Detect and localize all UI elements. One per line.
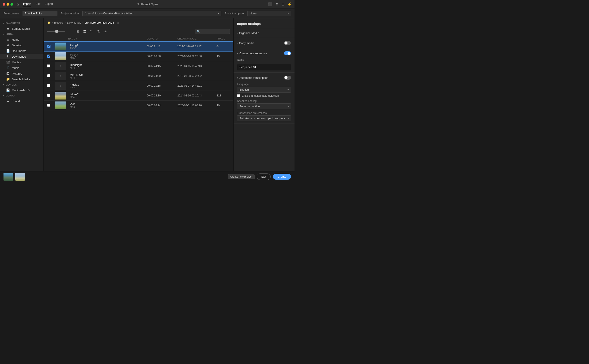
- exit-button[interactable]: Exit: [257, 174, 271, 180]
- col-frame[interactable]: FRAME: [217, 37, 230, 40]
- cloud-header[interactable]: ▾ CLOUD: [0, 93, 43, 98]
- create-sequence-header[interactable]: ▾ Create new sequence: [237, 50, 291, 56]
- menu-icon[interactable]: ☰: [281, 2, 284, 6]
- transcription-pref-select-wrapper: Auto-transcribe only clips in sequence A…: [237, 116, 291, 121]
- sidebar-item-downloads[interactable]: ⬇ Downloads: [0, 54, 43, 59]
- breadcrumb-nlucero[interactable]: nlucero: [54, 21, 64, 24]
- row-checkbox[interactable]: [47, 55, 55, 58]
- project-location-select[interactable]: /Users/nlucero/Desktop/Practice Video: [82, 11, 221, 16]
- file-checkbox[interactable]: [47, 74, 50, 77]
- devices-header[interactable]: ▾ DEVICES: [0, 82, 43, 87]
- col-date[interactable]: CREATION DATE: [177, 37, 217, 40]
- row-checkbox[interactable]: [47, 94, 55, 98]
- file-checkbox[interactable]: [47, 64, 50, 67]
- speaker-labeling-select[interactable]: Select an option Label by speaker No lab…: [237, 104, 291, 109]
- table-row[interactable]: Vid1 MP4 00:00:09:24 2020-03-31 12:08:20…: [44, 101, 233, 110]
- music-icon: 🎵: [6, 66, 10, 70]
- favorites-header[interactable]: ▾ FAVORITES: [0, 20, 43, 26]
- breadcrumb-folder-icon[interactable]: 📁: [47, 21, 51, 24]
- row-checkbox[interactable]: [47, 64, 55, 68]
- desktop-icon: 🖥: [6, 43, 10, 47]
- home-icon[interactable]: ⌂: [17, 2, 19, 6]
- breadcrumb-downloads[interactable]: Downloads: [67, 21, 81, 24]
- sidebar-item-icloud[interactable]: ☁ iCloud: [0, 98, 43, 104]
- table-row[interactable]: ♪ music1 WAV 00;00;29;18 2023-02-07 14:4…: [44, 81, 233, 91]
- auto-transcription-header[interactable]: ▾ Automatic transcription: [237, 75, 291, 80]
- copy-media-toggle[interactable]: [284, 41, 291, 45]
- row-checkbox[interactable]: [47, 45, 55, 48]
- table-row[interactable]: flying1 MOV 00:00:11:13 2024-02-16 02:23…: [44, 41, 233, 52]
- close-button[interactable]: [3, 3, 5, 6]
- local-header[interactable]: ▾ LOCAL: [0, 32, 43, 37]
- file-checkbox[interactable]: [47, 45, 50, 48]
- row-checkbox[interactable]: [47, 104, 55, 107]
- nav-import[interactable]: Import: [23, 2, 31, 6]
- nav-export[interactable]: Export: [45, 2, 53, 6]
- project-template-select[interactable]: None: [247, 11, 291, 16]
- create-button[interactable]: Create: [273, 174, 291, 180]
- traffic-lights: [3, 3, 13, 6]
- sidebar-item-pictures[interactable]: 🖼 Pictures: [0, 71, 43, 76]
- sidebar-item-label: Home: [12, 38, 20, 41]
- grid-view-button[interactable]: ⊞: [76, 29, 80, 34]
- breadcrumb-sep: ›: [52, 21, 53, 24]
- tools-icon[interactable]: ⚡: [288, 2, 292, 6]
- screen-icon[interactable]: ⬛: [268, 2, 272, 6]
- table-row[interactable]: flying2 MOV 00:00:09:08 2024-02-16 02:23…: [44, 52, 233, 61]
- organize-media-header[interactable]: › Organize Media: [237, 31, 291, 36]
- sidebar-item-documents[interactable]: 📄 Documents: [0, 48, 43, 54]
- auto-transcription-toggle[interactable]: [284, 76, 291, 80]
- col-duration[interactable]: DURATION: [147, 37, 177, 40]
- auto-transcription-label: Automatic transcription: [240, 76, 283, 79]
- sidebar-item-sample-media-2[interactable]: 📁 Sample Media: [0, 76, 43, 82]
- sidebar-item-label: Movies: [12, 61, 21, 64]
- maximize-button[interactable]: [11, 3, 13, 6]
- breadcrumb-current[interactable]: premiere-pro-files-2024: [85, 21, 114, 24]
- file-checkbox[interactable]: [47, 55, 50, 58]
- row-checkbox[interactable]: [47, 84, 55, 88]
- sidebar-item-label: Sample Media: [12, 27, 30, 30]
- copy-media-header[interactable]: › Copy media: [237, 40, 291, 46]
- file-date: 2019-01-28 07:22:02: [177, 74, 217, 78]
- favorites-label: FAVORITES: [6, 22, 20, 25]
- chevron-right-icon: ›: [237, 42, 238, 44]
- project-name-input[interactable]: [22, 11, 57, 16]
- enable-auto-detect-checkbox[interactable]: [237, 94, 240, 97]
- toggle-knob: [288, 52, 291, 55]
- col-name[interactable]: NAME ↑: [68, 37, 147, 40]
- transcription-pref-select[interactable]: Auto-transcribe only clips in sequence A…: [237, 116, 291, 121]
- file-frame: 128: [217, 94, 230, 97]
- zoom-slider[interactable]: [47, 31, 65, 32]
- sort-button[interactable]: ⇅: [89, 29, 94, 34]
- sidebar-item-music[interactable]: 🎵 Music: [0, 65, 43, 71]
- col-checkbox: [47, 37, 55, 40]
- minimize-button[interactable]: [7, 3, 9, 6]
- nav-edit[interactable]: Edit: [36, 2, 40, 6]
- table-row[interactable]: ♪ Hindsight MP3 00;02;44;15 2020-04-15 1…: [44, 61, 233, 71]
- search-input[interactable]: [195, 29, 230, 34]
- export-icon[interactable]: ⬆: [275, 2, 278, 6]
- table-row[interactable]: takeoff MOV 00:00:23:10 2024-02-16 02:20…: [44, 91, 233, 101]
- row-checkbox[interactable]: [47, 74, 55, 78]
- list-view-button[interactable]: ☰: [82, 29, 87, 34]
- project-template-label: Project template: [225, 12, 244, 15]
- sidebar-item-home[interactable]: ⌂ Home: [0, 37, 43, 42]
- create-sequence-section: ▾ Create new sequence Name: [234, 48, 294, 73]
- file-duration: 00;02;44;15: [147, 65, 177, 68]
- file-ext: MOV: [70, 57, 147, 59]
- sidebar-item-sample-media[interactable]: ★ Sample Media: [0, 26, 43, 32]
- sidebar-item-desktop[interactable]: 🖥 Desktop: [0, 42, 43, 48]
- filter-button[interactable]: ⚗: [96, 29, 100, 34]
- star-icon[interactable]: ☆: [117, 21, 119, 24]
- file-checkbox[interactable]: [47, 104, 50, 107]
- sequence-name-input[interactable]: [237, 64, 291, 70]
- language-select[interactable]: English Spanish French German Japanese: [237, 87, 291, 92]
- file-name: flying2: [70, 53, 147, 57]
- create-sequence-toggle[interactable]: [284, 51, 291, 55]
- table-row[interactable]: ♪ Mix_It_Up MP3 00;01;34;00 2019-01-28 0…: [44, 71, 233, 81]
- sidebar-item-macintosh-hd[interactable]: 💾 Macintosh HD: [0, 87, 43, 93]
- file-checkbox[interactable]: [47, 84, 50, 87]
- sidebar-item-movies[interactable]: 🎬 Movies: [0, 59, 43, 65]
- preview-button[interactable]: 👁: [103, 29, 108, 34]
- file-checkbox[interactable]: [47, 94, 50, 97]
